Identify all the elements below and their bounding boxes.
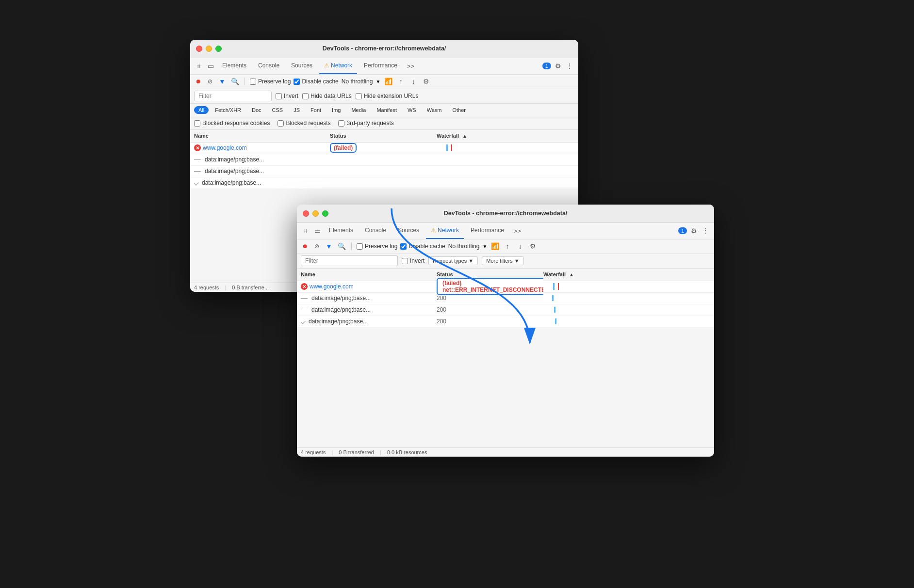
wifi-icon-back[interactable]: 📶	[383, 77, 393, 86]
tab-performance-back[interactable]: Performance	[359, 58, 402, 74]
settings2-icon-front[interactable]: ⚙	[528, 241, 538, 251]
throttle-arrow-front[interactable]: ▼	[482, 244, 487, 249]
blocked-response-checkbox-back[interactable]	[194, 120, 200, 127]
filter-input-front[interactable]	[301, 255, 398, 266]
tab-network-front[interactable]: ⚠Network	[426, 223, 464, 239]
close-button-back[interactable]	[196, 46, 202, 52]
tab-elements-back[interactable]: Elements	[217, 58, 251, 74]
disable-cache-checkbox-front[interactable]	[400, 243, 407, 250]
minimize-button-back[interactable]	[206, 46, 212, 52]
settings-icon-front[interactable]: ⚙	[689, 226, 699, 236]
download-icon-front[interactable]: ↓	[515, 241, 525, 251]
type-fetch-back[interactable]: Fetch/XHR	[211, 106, 245, 114]
tab-performance-front[interactable]: Performance	[466, 223, 509, 239]
table-row[interactable]: data:image/png;base...	[190, 177, 578, 189]
row-waterfall-2-back	[437, 154, 574, 165]
type-media-back[interactable]: Media	[347, 106, 370, 114]
table-row[interactable]: ✕ www.google.com (failed) net::ERR_INTER…	[297, 281, 714, 293]
table-row[interactable]: data:image/png;base...	[190, 166, 578, 177]
disable-cache-label-back[interactable]: Disable cache	[294, 78, 338, 85]
hide-data-urls-checkbox-back[interactable]	[302, 93, 309, 99]
row-status-1-back: (failed)	[330, 143, 437, 153]
wifi-icon-front[interactable]: 📶	[490, 241, 500, 251]
col-header-waterfall-back[interactable]: Waterfall ▲	[437, 133, 574, 139]
third-party-label-back[interactable]: 3rd-party requests	[338, 120, 393, 127]
search-icon-front[interactable]: 🔍	[337, 241, 346, 251]
invert-label-back[interactable]: Invert	[276, 93, 298, 99]
third-party-checkbox-back[interactable]	[338, 120, 344, 127]
upload-icon-back[interactable]: ↑	[396, 77, 406, 86]
type-ws-back[interactable]: WS	[403, 106, 421, 114]
disable-cache-checkbox-back[interactable]	[294, 79, 300, 85]
hide-ext-label-back[interactable]: Hide extension URLs	[356, 93, 419, 99]
clear-button-back[interactable]: ⊘	[206, 77, 214, 86]
cursor-icon-front[interactable]: ⌗	[301, 226, 310, 236]
more-tabs-front[interactable]: >>	[511, 227, 524, 235]
tab-console-front[interactable]: Console	[360, 223, 391, 239]
close-button-front[interactable]	[303, 210, 309, 217]
col-header-name-front[interactable]: Name	[301, 271, 437, 277]
more-filters-btn[interactable]: More filters ▼	[482, 256, 523, 265]
blocked-requests-label-back[interactable]: Blocked requests	[277, 120, 330, 127]
col-header-status-back[interactable]: Status	[330, 133, 437, 139]
record-button-front[interactable]: ⏺	[301, 242, 310, 251]
table-row[interactable]: data:image/png;base... 200	[297, 316, 714, 328]
settings-icon-back[interactable]: ⚙	[553, 61, 563, 71]
record-button-back[interactable]: ⏺	[194, 77, 203, 86]
hide-ext-checkbox-back[interactable]	[356, 93, 362, 99]
error-icon-1-back: ✕	[194, 144, 201, 151]
invert-label-front[interactable]: Invert	[402, 257, 424, 264]
table-row[interactable]: data:image/png;base...	[190, 154, 578, 166]
tab-network-back[interactable]: ⚠Network	[319, 58, 357, 74]
tab-sources-back[interactable]: Sources	[286, 58, 317, 74]
blocked-requests-checkbox-back[interactable]	[277, 120, 284, 127]
filter-icon-back[interactable]: ▼	[217, 77, 227, 86]
maximize-button-front[interactable]	[322, 210, 328, 217]
table-row[interactable]: ✕ www.google.com (failed)	[190, 143, 578, 154]
dash-icon-2-front	[301, 298, 308, 299]
tab-console-back[interactable]: Console	[253, 58, 284, 74]
preserve-log-label-front[interactable]: Preserve log	[357, 243, 397, 250]
device-icon-front[interactable]: ▭	[312, 226, 322, 236]
more-tabs-back[interactable]: >>	[404, 63, 417, 70]
type-js-back[interactable]: JS	[289, 106, 304, 114]
col-header-name-back[interactable]: Name	[194, 133, 330, 139]
more-icon-back[interactable]: ⋮	[565, 61, 574, 71]
filter-icon-front[interactable]: ▼	[324, 241, 334, 251]
type-all-back[interactable]: All	[194, 106, 209, 114]
tab-sources-front[interactable]: Sources	[393, 223, 424, 239]
table-row[interactable]: data:image/png;base... 200	[297, 304, 714, 316]
cursor-icon[interactable]: ⌗	[194, 61, 204, 71]
search-icon-back[interactable]: 🔍	[230, 77, 240, 86]
col-header-waterfall-front[interactable]: Waterfall ▲	[543, 271, 710, 277]
type-img-back[interactable]: Img	[327, 106, 345, 114]
type-other-back[interactable]: Other	[448, 106, 470, 114]
type-wasm-back[interactable]: Wasm	[423, 106, 446, 114]
more-icon-front[interactable]: ⋮	[701, 226, 710, 236]
filter-input-back[interactable]	[194, 91, 272, 101]
device-icon[interactable]: ▭	[206, 61, 215, 71]
minimize-button-front[interactable]	[312, 210, 319, 217]
preserve-log-label-back[interactable]: Preserve log	[250, 78, 291, 85]
type-css-back[interactable]: CSS	[268, 106, 288, 114]
invert-checkbox-back[interactable]	[276, 93, 282, 99]
disable-cache-label-front[interactable]: Disable cache	[400, 243, 445, 250]
blocked-response-label-back[interactable]: Blocked response cookies	[194, 120, 270, 127]
type-font-back[interactable]: Font	[306, 106, 326, 114]
type-manifest-back[interactable]: Manifest	[372, 106, 401, 114]
settings2-icon-back[interactable]: ⚙	[421, 77, 431, 86]
hide-data-urls-label-back[interactable]: Hide data URLs	[302, 93, 352, 99]
throttle-arrow-back[interactable]: ▼	[375, 79, 380, 84]
preserve-log-checkbox-back[interactable]	[250, 79, 256, 85]
col-header-status-front[interactable]: Status	[437, 271, 543, 277]
request-types-btn[interactable]: Request types ▼	[428, 256, 478, 265]
table-row[interactable]: data:image/png;base... 200	[297, 293, 714, 304]
type-doc-back[interactable]: Doc	[247, 106, 266, 114]
upload-icon-front[interactable]: ↑	[503, 241, 512, 251]
download-icon-back[interactable]: ↓	[408, 77, 418, 86]
clear-button-front[interactable]: ⊘	[312, 242, 321, 251]
preserve-log-checkbox-front[interactable]	[357, 243, 363, 250]
tab-elements-front[interactable]: Elements	[324, 223, 358, 239]
maximize-button-back[interactable]	[215, 46, 222, 52]
invert-checkbox-front[interactable]	[402, 258, 408, 264]
